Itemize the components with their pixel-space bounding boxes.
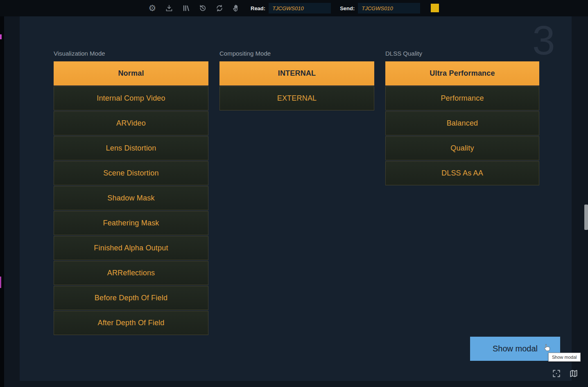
screen-artifact — [0, 34, 2, 39]
dlss-quality-option[interactable]: Quality — [385, 136, 539, 160]
tooltip: Show modal — [548, 353, 581, 362]
gear-icon[interactable]: ⚙ — [147, 3, 157, 13]
scrollbar-thumb[interactable] — [584, 205, 588, 230]
refresh-icon[interactable] — [215, 3, 224, 13]
dlss-quality-option[interactable]: DLSS As AA — [385, 161, 539, 185]
dlss-quality-label: DLSS Quality — [385, 50, 539, 57]
pan-hand-icon[interactable] — [231, 3, 241, 13]
cursor-pointer-icon — [543, 344, 551, 353]
map-icon[interactable] — [569, 369, 579, 379]
visualization-mode-option[interactable]: Shadow Mask — [54, 186, 208, 210]
main-panel: 3 Visualization Mode Normal Internal Com… — [20, 16, 572, 381]
visualization-mode-label: Visualization Mode — [54, 50, 208, 57]
visualization-mode-option[interactable]: Feathering Mask — [54, 211, 208, 235]
visualization-mode-option[interactable]: Finished Alpha Output — [54, 236, 208, 260]
visualization-mode-option[interactable]: Before Depth Of Field — [54, 286, 208, 310]
compositing-mode-option[interactable]: EXTERNAL — [219, 86, 374, 110]
toolbar-icon-group: ⚙ — [147, 0, 241, 16]
dlss-quality-option[interactable]: Performance — [385, 86, 539, 110]
visualization-mode-option[interactable]: Scene Distortion — [54, 161, 208, 185]
visualization-mode-option[interactable]: ARVideo — [54, 111, 208, 135]
history-icon[interactable] — [198, 3, 208, 13]
screen-artifact — [0, 277, 1, 288]
visualization-mode-option[interactable]: Lens Distortion — [54, 136, 208, 160]
visualization-mode-option[interactable]: Internal Comp Video — [54, 86, 208, 110]
read-label: Read: — [251, 5, 265, 11]
visualization-mode-option[interactable]: After Depth Of Field — [54, 311, 208, 335]
compositing-mode-label: Compositing Mode — [219, 50, 374, 57]
visualization-mode-group: Visualization Mode Normal Internal Comp … — [54, 50, 208, 336]
send-input[interactable] — [358, 3, 420, 14]
download-icon[interactable] — [164, 3, 174, 13]
read-send-area: Read: Send: — [251, 0, 420, 16]
top-toolbar: ⚙ — [0, 0, 588, 16]
status-indicator — [431, 4, 439, 12]
library-icon[interactable] — [181, 3, 191, 13]
corner-icon-group — [552, 369, 579, 379]
read-input[interactable] — [269, 3, 331, 14]
visualization-mode-option[interactable]: ARReflections — [54, 261, 208, 285]
left-edge-strip — [0, 16, 4, 387]
dlss-quality-option[interactable]: Balanced — [385, 111, 539, 135]
send-label: Send: — [340, 5, 355, 11]
visualization-mode-option[interactable]: Normal — [54, 61, 208, 86]
compositing-mode-option[interactable]: INTERNAL — [219, 61, 374, 86]
dlss-quality-group: DLSS Quality Ultra Performance Performan… — [385, 50, 539, 186]
compositing-mode-group: Compositing Mode INTERNAL EXTERNAL — [219, 50, 374, 111]
fullscreen-icon[interactable] — [552, 369, 562, 379]
dlss-quality-option[interactable]: Ultra Performance — [385, 61, 539, 86]
